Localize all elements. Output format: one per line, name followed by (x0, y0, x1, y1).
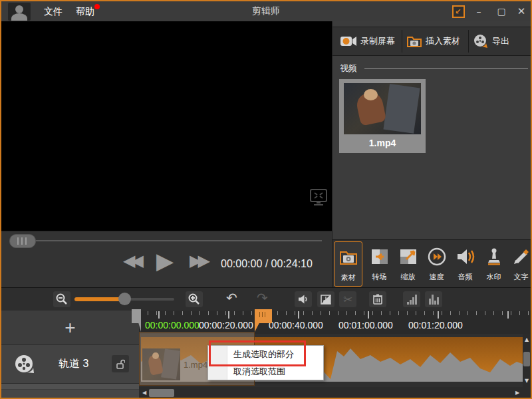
timeline-zoom-out-button[interactable] (53, 291, 70, 307)
text-pencil-icon (507, 245, 532, 268)
track-header[interactable]: 轨道 3 (1, 345, 139, 384)
undo-button[interactable]: ↶ (226, 290, 237, 306)
feedback-mode-button[interactable]: ↙ (452, 5, 465, 18)
time-display: 00:00:00 / 00:24:10 (221, 258, 327, 270)
avatar-torso-icon (11, 13, 27, 21)
redo-button[interactable]: ↷ (257, 290, 268, 306)
cut-button[interactable]: ✂ (339, 291, 356, 307)
film-reel-icon (15, 354, 36, 374)
menu-file[interactable]: 文件 (44, 5, 63, 18)
forward-button[interactable]: ▶▶ (190, 251, 206, 270)
scroll-left-arrow[interactable]: ◀ (140, 390, 148, 396)
annotation-highlight-box (209, 340, 306, 366)
media-item-card[interactable]: 1.mp4 (339, 79, 426, 153)
marker-grip-icon (259, 312, 267, 317)
empty-track-stub (1, 390, 139, 398)
tab-transition[interactable]: 转场 (366, 241, 393, 285)
watermark-stamp-icon (480, 245, 507, 268)
scroll-down-arrow[interactable]: ▼ (523, 378, 531, 384)
material-folder-icon (334, 246, 362, 269)
library-section-label: 视频 (340, 63, 357, 74)
ascending-bars-icon (407, 295, 417, 305)
show-volume-bars-button[interactable] (403, 291, 420, 307)
video-preview[interactable] (1, 21, 332, 231)
divider (468, 30, 469, 53)
feedback-arrow-icon: ↙ (455, 7, 461, 16)
export-icon (473, 34, 488, 49)
titlebar: 文件 帮助 剪辑师 ↙ – ▢ ✕ (1, 1, 531, 21)
play-button[interactable]: ▶ (156, 247, 174, 274)
scale-icon (394, 245, 422, 268)
section-rule (364, 68, 528, 69)
scroll-right-arrow[interactable]: ▶ (513, 390, 521, 396)
export-button[interactable]: 导出 (473, 27, 527, 55)
transition-icon (366, 245, 393, 268)
tab-watermark[interactable]: 水印 (480, 241, 507, 285)
tab-material-label: 素材 (334, 273, 362, 283)
trash-icon (373, 294, 382, 305)
tab-speed-label: 速度 (423, 272, 450, 282)
zoom-slider-handle[interactable] (118, 293, 131, 305)
tool-tabs: 素材 转场 缩放 (332, 239, 532, 288)
tab-audio[interactable]: 音频 (452, 241, 479, 285)
tab-text-label: 文字 (507, 272, 532, 282)
seek-bar[interactable] (12, 240, 322, 241)
track-header-column: + 轨道 3 (1, 311, 140, 398)
ruler-label: 00:00:20.000 (199, 320, 253, 331)
detach-audio-button[interactable] (317, 291, 334, 307)
detach-audio-icon (321, 295, 331, 305)
add-track-button[interactable]: + (1, 311, 139, 345)
tab-text[interactable]: 文字 (507, 241, 532, 285)
track-name: 轨道 3 (59, 357, 88, 371)
speed-icon (423, 245, 450, 268)
timeline-zoom-in-button[interactable] (186, 291, 203, 307)
lock-track-button[interactable] (112, 355, 129, 372)
zoom-in-icon (188, 293, 200, 305)
clip-volume-button[interactable] (295, 291, 312, 307)
ruler-label-current: 00:00:00.000 (145, 320, 200, 331)
zoom-slider-fill (74, 297, 125, 301)
unlock-icon (116, 359, 125, 369)
horizontal-scroll-thumb[interactable] (149, 389, 174, 397)
right-panel: 录制屏幕 插入素材 导出 视频 (332, 21, 532, 287)
delete-button[interactable] (369, 291, 386, 307)
fullscreen-monitor-icon[interactable] (309, 189, 328, 206)
user-avatar[interactable] (8, 3, 31, 21)
timeline-ruler[interactable]: 00:00:00.000 00:00:20.000 00:00:40.000 0… (139, 311, 531, 334)
actions-row: 录制屏幕 插入素材 导出 (332, 27, 532, 56)
avatar-head-icon (15, 5, 23, 13)
insert-media-button[interactable]: 插入素材 (407, 27, 466, 55)
help-notification-badge (94, 4, 100, 9)
vertical-scroll-thumb[interactable] (523, 352, 530, 366)
scissors-icon: ✂ (343, 293, 352, 306)
insert-media-label: 插入素材 (426, 35, 460, 47)
player-controls: ◀◀ ▶ ▶▶ 00:00:00 / 00:24:10 (1, 231, 332, 288)
horizontal-scrollbar[interactable] (139, 387, 531, 398)
show-waveform-button[interactable] (425, 291, 442, 307)
seek-handle[interactable] (9, 234, 36, 248)
histogram-bars-icon (429, 295, 439, 305)
tab-material[interactable]: 素材 (334, 241, 362, 287)
minimize-button[interactable]: – (471, 4, 487, 19)
media-item-name: 1.mp4 (339, 138, 426, 148)
insert-media-icon (407, 35, 422, 47)
thumb-shape (383, 84, 420, 134)
tab-scale-label: 缩放 (394, 272, 422, 282)
record-screen-button[interactable]: 录制屏幕 (340, 27, 399, 55)
tab-audio-label: 音频 (452, 272, 479, 282)
zoom-out-icon (56, 293, 68, 305)
tab-speed[interactable]: 速度 (423, 241, 450, 285)
scroll-up-arrow[interactable]: ▲ (523, 336, 531, 342)
empty-track-stub (1, 384, 139, 389)
timeline-toolbar: ↶ ↷ ✂ (1, 287, 531, 312)
menu-help[interactable]: 帮助 (76, 5, 94, 18)
rewind-button[interactable]: ◀◀ (123, 251, 140, 270)
tab-watermark-label: 水印 (480, 272, 507, 282)
tab-scale[interactable]: 缩放 (394, 241, 422, 285)
audio-speaker-icon (452, 245, 479, 268)
ruler-label: 00:01:00.000 (338, 320, 393, 331)
record-screen-label: 录制屏幕 (360, 35, 395, 47)
window-title: 剪辑师 (201, 5, 331, 17)
maximize-button[interactable]: ▢ (493, 4, 509, 19)
close-button[interactable]: ✕ (513, 4, 529, 19)
